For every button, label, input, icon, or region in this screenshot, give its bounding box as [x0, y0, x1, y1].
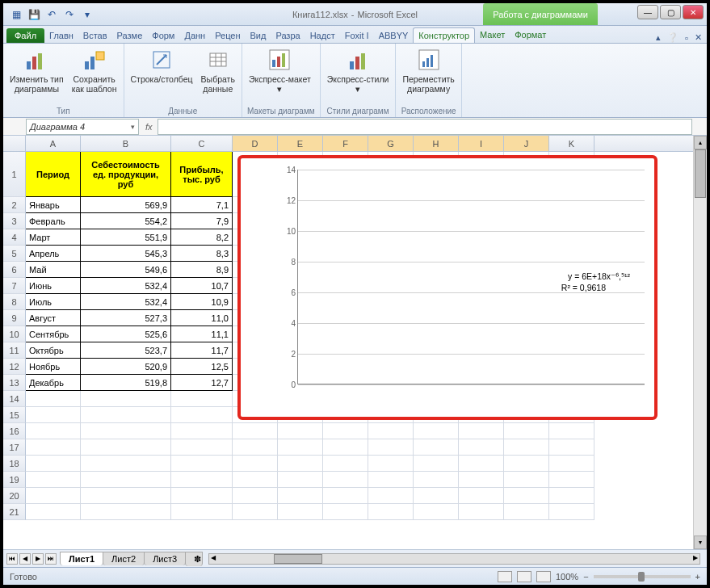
row-header-13[interactable]: 13	[3, 375, 26, 391]
tab-форм[interactable]: Форм	[147, 28, 179, 43]
maximize-button[interactable]: ▢	[660, 5, 681, 19]
col-header-B[interactable]: B	[81, 136, 171, 151]
row-header-20[interactable]: 20	[3, 488, 26, 504]
col-header-D[interactable]: D	[233, 136, 278, 151]
tab-надст[interactable]: Надст	[305, 28, 340, 43]
spreadsheet-grid[interactable]: ABCDEFGHIJK 1234567891011121314151617181…	[3, 136, 707, 549]
move-chart[interactable]: Переместить диаграмму	[401, 45, 456, 95]
row-header-7[interactable]: 7	[3, 278, 26, 294]
ribbon: Изменить тип диаграммыСохранить как шабл…	[3, 44, 707, 118]
row-header-17[interactable]: 17	[3, 439, 26, 456]
col-header-H[interactable]: H	[414, 136, 459, 151]
page-break-view-button[interactable]	[536, 571, 551, 582]
row-header-2[interactable]: 2	[3, 197, 26, 213]
col-header-E[interactable]: E	[278, 136, 323, 151]
switch-row-col-icon	[149, 47, 174, 73]
quick-styles[interactable]: Экспресс-стили ▾	[326, 45, 391, 95]
row-header-9[interactable]: 9	[3, 310, 26, 326]
row-header-11[interactable]: 11	[3, 342, 26, 359]
sheet-tab-3[interactable]: Лист3	[144, 552, 186, 565]
row-header-15[interactable]: 15	[3, 407, 26, 423]
page-layout-view-button[interactable]	[517, 571, 531, 582]
svg-rect-4	[90, 57, 95, 69]
close-button[interactable]: ✕	[683, 5, 704, 19]
row-header-16[interactable]: 16	[3, 423, 26, 439]
sheet-last-button[interactable]: ⏭	[45, 553, 57, 565]
select-all-corner[interactable]	[3, 136, 26, 151]
col-header-K[interactable]: K	[549, 136, 594, 151]
scroll-up-button[interactable]: ▴	[694, 136, 707, 149]
tab-данн[interactable]: Данн	[179, 28, 210, 43]
svg-rect-7	[210, 53, 226, 66]
undo-icon[interactable]: ↶	[45, 8, 58, 21]
hscroll-thumb[interactable]	[274, 554, 322, 564]
horizontal-scrollbar[interactable]: ◀ ▶	[208, 553, 700, 565]
sheet-tab-2[interactable]: Лист2	[103, 552, 145, 565]
svg-rect-22	[431, 55, 433, 67]
name-box[interactable]: Диаграмма 4	[26, 119, 139, 135]
row-header-1[interactable]: 1	[3, 152, 26, 197]
file-tab[interactable]: Файл	[6, 28, 44, 43]
qat-more-icon[interactable]: ▾	[81, 8, 94, 21]
row-header-14[interactable]: 14	[3, 391, 26, 407]
col-header-C[interactable]: C	[171, 136, 233, 151]
workbook-close-icon[interactable]: ✕	[695, 32, 702, 43]
scroll-down-button[interactable]: ▾	[694, 536, 707, 549]
row-header-4[interactable]: 4	[3, 229, 26, 246]
tab-разра[interactable]: Разра	[271, 28, 305, 43]
row-header-19[interactable]: 19	[3, 472, 26, 488]
svg-rect-14	[277, 57, 280, 67]
col-header-J[interactable]: J	[504, 136, 549, 151]
minimize-ribbon-icon[interactable]: ▴	[656, 32, 661, 43]
tab-рецен[interactable]: Рецен	[210, 28, 245, 43]
save-as-template[interactable]: Сохранить как шаблон	[70, 45, 119, 95]
quick-layout[interactable]: Экспресс-макет ▾	[247, 45, 313, 95]
sheet-next-button[interactable]: ▶	[32, 553, 44, 565]
tab-abbyy[interactable]: ABBYY	[374, 28, 414, 43]
fx-label[interactable]: fx	[145, 122, 153, 132]
normal-view-button[interactable]	[498, 571, 512, 582]
tab-foxit i[interactable]: Foxit I	[340, 28, 374, 43]
tab-разме[interactable]: Разме	[112, 28, 148, 43]
sheet-tab-1[interactable]: Лист1	[60, 552, 103, 565]
zoom-slider[interactable]	[594, 575, 691, 578]
tab-главн[interactable]: Главн	[44, 28, 78, 43]
select-data[interactable]: Выбрать данные	[200, 45, 237, 95]
sheet-first-button[interactable]: ⏮	[6, 553, 18, 565]
col-header-A[interactable]: A	[26, 136, 81, 151]
change-chart-type[interactable]: Изменить тип диаграммы	[8, 45, 65, 95]
tab-макет[interactable]: Макет	[475, 27, 510, 43]
tab-конструктор[interactable]: Конструктор	[413, 27, 475, 43]
col-header-I[interactable]: I	[459, 136, 504, 151]
redo-icon[interactable]: ↷	[63, 8, 76, 21]
embedded-chart[interactable]: 02468101214 y = 6E+18x⁻⁶,⁵¹² R² = 0,9618	[237, 155, 657, 420]
row-header-6[interactable]: 6	[3, 262, 26, 278]
row-header-10[interactable]: 10	[3, 326, 26, 342]
row-header-21[interactable]: 21	[3, 504, 26, 520]
tab-формат[interactable]: Формат	[510, 27, 551, 43]
new-sheet-button[interactable]: ✽	[185, 552, 203, 566]
col-header-G[interactable]: G	[368, 136, 414, 151]
zoom-level[interactable]: 100%	[556, 572, 578, 582]
row-header-12[interactable]: 12	[3, 359, 26, 375]
tab-встав[interactable]: Встав	[78, 28, 112, 43]
vertical-scrollbar[interactable]: ▴ ▾	[693, 136, 707, 549]
row-header-8[interactable]: 8	[3, 294, 26, 310]
help-icon[interactable]: ❔	[667, 32, 678, 43]
switch-row-col[interactable]: Строка/столбец	[129, 45, 195, 86]
zoom-out-button[interactable]: −	[583, 572, 588, 582]
col-header-F[interactable]: F	[323, 136, 368, 151]
formula-input[interactable]	[158, 119, 692, 135]
vscroll-thumb[interactable]	[695, 149, 706, 198]
sheet-prev-button[interactable]: ◀	[19, 553, 31, 565]
excel-icon: ▦	[10, 8, 23, 21]
window-restore-icon[interactable]: ▫	[685, 33, 688, 43]
svg-rect-21	[426, 58, 429, 67]
tab-вид[interactable]: Вид	[246, 28, 271, 43]
minimize-button[interactable]: —	[637, 5, 658, 19]
zoom-in-button[interactable]: +	[695, 572, 700, 582]
row-header-18[interactable]: 18	[3, 456, 26, 472]
row-header-5[interactable]: 5	[3, 246, 26, 262]
save-icon[interactable]: 💾	[27, 8, 40, 21]
row-header-3[interactable]: 3	[3, 213, 26, 229]
